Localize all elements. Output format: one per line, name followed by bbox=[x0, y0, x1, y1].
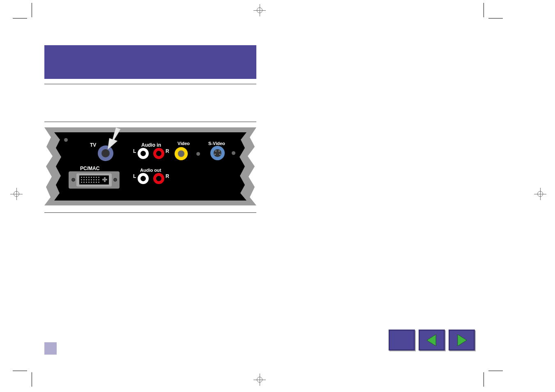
crop-mark bbox=[13, 371, 27, 371]
video-jack bbox=[175, 147, 188, 160]
panel-screw bbox=[64, 138, 68, 142]
callout-arrow-icon bbox=[107, 127, 123, 152]
panel-screw bbox=[196, 152, 200, 156]
registration-mark bbox=[253, 4, 266, 16]
label-audio-in: Audio in bbox=[141, 142, 161, 148]
svg-rect-2 bbox=[81, 177, 82, 178]
svg-rect-8 bbox=[96, 177, 97, 178]
label-left: L bbox=[133, 173, 136, 179]
svg-rect-14 bbox=[91, 179, 92, 180]
label-video: Video bbox=[177, 141, 190, 146]
figure-rule bbox=[44, 122, 256, 122]
svg-rect-20 bbox=[86, 182, 87, 183]
svg-rect-24 bbox=[96, 182, 97, 183]
pcmac-connector-pins bbox=[79, 175, 109, 184]
svg-rect-23 bbox=[93, 182, 94, 183]
svg-rect-17 bbox=[98, 179, 99, 180]
svideo-connector-inner bbox=[214, 149, 221, 157]
crop-mark bbox=[488, 371, 503, 371]
svg-marker-28 bbox=[108, 127, 121, 150]
crop-mark bbox=[32, 3, 32, 17]
registration-mark bbox=[534, 188, 546, 200]
crop-mark bbox=[488, 18, 503, 18]
svg-rect-22 bbox=[91, 182, 92, 183]
header-rule bbox=[44, 84, 256, 84]
svg-rect-18 bbox=[81, 182, 82, 183]
crop-mark bbox=[32, 372, 32, 387]
svg-rect-21 bbox=[88, 182, 90, 183]
svg-rect-19 bbox=[83, 182, 85, 183]
label-right: R bbox=[166, 173, 169, 179]
triangle-left-icon bbox=[424, 333, 439, 348]
registration-mark bbox=[253, 374, 266, 386]
triangle-right-icon bbox=[454, 333, 469, 348]
svg-rect-10 bbox=[81, 179, 82, 180]
svg-rect-6 bbox=[91, 177, 92, 178]
label-svideo: S-Video bbox=[208, 141, 225, 146]
audio-out-right-jack bbox=[153, 173, 164, 184]
label-right: R bbox=[166, 148, 169, 154]
connector-screw bbox=[113, 178, 117, 182]
connector-panel-bg bbox=[44, 127, 256, 205]
svg-rect-4 bbox=[86, 177, 87, 178]
nav-prev-button[interactable] bbox=[419, 330, 445, 350]
connector-screw bbox=[71, 178, 75, 182]
crop-mark bbox=[13, 18, 27, 18]
audio-in-left-jack bbox=[138, 148, 149, 159]
nav-home-button[interactable] bbox=[389, 330, 415, 350]
page-number-box bbox=[44, 342, 57, 355]
svg-marker-30 bbox=[458, 334, 467, 346]
svg-rect-27 bbox=[104, 177, 106, 182]
crop-mark bbox=[484, 3, 484, 17]
svg-rect-9 bbox=[98, 177, 99, 178]
label-pcmac: PC/MAC bbox=[80, 166, 99, 171]
svg-rect-15 bbox=[93, 179, 94, 180]
svg-rect-12 bbox=[86, 179, 87, 180]
label-left: L bbox=[133, 148, 136, 154]
label-tv: TV bbox=[90, 142, 96, 148]
panel-screw bbox=[232, 151, 235, 155]
label-audio-out: Audio out bbox=[140, 168, 161, 173]
svg-rect-5 bbox=[88, 177, 90, 178]
pdf-nav-bar bbox=[389, 330, 475, 350]
nav-next-button[interactable] bbox=[449, 330, 475, 350]
audio-in-right-jack bbox=[153, 148, 164, 159]
audio-out-left-jack bbox=[138, 173, 149, 184]
svg-rect-3 bbox=[83, 177, 85, 178]
section-header-bar bbox=[44, 45, 256, 79]
svg-rect-16 bbox=[96, 179, 97, 180]
svg-rect-7 bbox=[93, 177, 94, 178]
svg-rect-25 bbox=[98, 182, 99, 183]
svg-marker-29 bbox=[427, 334, 436, 346]
svg-rect-13 bbox=[88, 179, 90, 180]
svg-rect-11 bbox=[83, 179, 85, 180]
figure-rule bbox=[44, 212, 256, 213]
crop-mark bbox=[484, 372, 484, 387]
registration-mark bbox=[10, 188, 23, 200]
